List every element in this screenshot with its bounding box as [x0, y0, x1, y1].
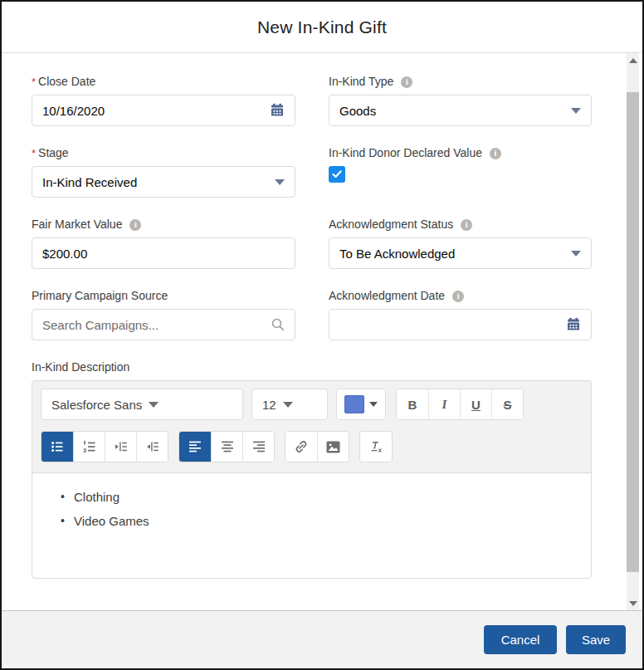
acknowledgment-date-label: Acknowledgment Date i	[329, 289, 592, 303]
required-asterisk: *	[32, 75, 36, 89]
calendar-icon[interactable]	[566, 317, 581, 332]
in-kind-description-label: In-Kind Description	[32, 360, 592, 374]
bullet-list-icon	[51, 440, 64, 453]
form-grid: * Close Date	[32, 75, 642, 599]
info-icon[interactable]: i	[490, 148, 501, 159]
in-kind-type-value: Goods	[339, 104, 564, 118]
align-group	[178, 431, 275, 462]
field-acknowledgment-date: Acknowledgment Date i	[329, 289, 592, 340]
italic-button[interactable]: I	[428, 389, 460, 419]
new-in-kind-gift-modal: New In-Kind Gift * Close Date	[0, 0, 644, 670]
fair-market-value-input[interactable]	[42, 247, 285, 261]
underline-icon: U	[471, 398, 481, 412]
info-icon[interactable]: i	[129, 219, 141, 231]
image-icon	[326, 441, 340, 453]
text-color-swatch	[344, 395, 364, 413]
underline-button[interactable]: U	[460, 389, 491, 419]
rte-toolbar-row-1: Salesforce Sans 12	[41, 389, 583, 420]
donor-declared-value-checkbox[interactable]	[329, 166, 345, 183]
align-center-button[interactable]	[211, 432, 242, 462]
text-color-button[interactable]	[337, 389, 385, 419]
fair-market-value-input-wrap	[32, 237, 295, 269]
acknowledgment-status-label: Acknowledgment Status i	[329, 218, 592, 232]
remove-formatting-button[interactable]	[360, 432, 392, 462]
numbered-list-icon	[83, 440, 96, 453]
field-primary-campaign-source: Primary Campaign Source	[32, 289, 295, 340]
rich-text-editor: Salesforce Sans 12	[32, 380, 592, 579]
chevron-down-icon	[571, 108, 581, 114]
align-left-button[interactable]	[179, 432, 211, 462]
acknowledgment-status-select[interactable]: To Be Acknowledged	[329, 237, 592, 269]
save-button[interactable]: Save	[566, 625, 626, 654]
fair-market-value-label: Fair Market Value i	[32, 218, 295, 232]
close-date-label-text: Close Date	[38, 75, 95, 89]
acknowledgment-date-input[interactable]	[339, 318, 559, 332]
color-dropdown-arrow-icon	[369, 402, 378, 407]
stage-label: * Stage	[32, 146, 295, 160]
calendar-icon[interactable]	[270, 103, 285, 118]
font-size-value: 12	[262, 398, 276, 412]
outdent-button[interactable]	[136, 432, 168, 462]
bullet-list-button[interactable]	[41, 432, 73, 462]
stage-label-text: Stage	[38, 146, 69, 160]
field-in-kind-type: In-Kind Type i Goods	[329, 75, 592, 126]
align-left-icon	[188, 440, 202, 453]
remove-formatting-icon	[369, 440, 383, 453]
chevron-down-icon	[283, 402, 293, 408]
chevron-down-icon	[275, 179, 285, 185]
align-right-button[interactable]	[242, 432, 274, 462]
info-icon[interactable]: i	[401, 76, 412, 88]
stage-value: In-Kind Received	[42, 175, 268, 189]
chevron-down-icon	[149, 402, 159, 408]
acknowledgment-status-label-text: Acknowledgment Status	[329, 218, 453, 232]
font-size-select[interactable]: 12	[251, 389, 328, 420]
description-bullet-list: Clothing Video Games	[44, 490, 578, 528]
in-kind-type-select[interactable]: Goods	[329, 95, 592, 126]
fair-market-value-label-text: Fair Market Value	[32, 218, 122, 232]
close-date-label: * Close Date	[32, 75, 295, 89]
campaign-search-input[interactable]	[42, 318, 265, 332]
strikethrough-button[interactable]: S	[491, 389, 523, 419]
stage-select[interactable]: In-Kind Received	[32, 166, 295, 198]
primary-campaign-source-label-text: Primary Campaign Source	[32, 289, 168, 303]
text-style-group: B I U S	[396, 389, 524, 420]
field-donor-declared-value: In-Kind Donor Declared Value i	[329, 146, 592, 198]
scroll-up-icon	[629, 58, 637, 63]
check-icon	[332, 170, 342, 179]
bold-button[interactable]: B	[397, 389, 428, 419]
acknowledgment-date-input-wrap	[329, 309, 592, 340]
scroll-up-button[interactable]	[627, 53, 639, 67]
list-item: Clothing	[74, 490, 578, 504]
in-kind-type-label-text: In-Kind Type	[329, 75, 393, 89]
numbered-list-button[interactable]	[73, 432, 105, 462]
donor-declared-value-label: In-Kind Donor Declared Value i	[329, 146, 592, 160]
list-group	[41, 431, 168, 462]
indent-button[interactable]	[105, 432, 136, 462]
modal-title: New In-Kind Gift	[257, 17, 387, 37]
acknowledgment-status-value: To Be Acknowledged	[339, 247, 564, 261]
link-icon	[295, 440, 308, 453]
info-icon[interactable]: i	[452, 291, 464, 302]
close-date-input-wrap	[32, 95, 295, 126]
required-asterisk: *	[32, 146, 36, 160]
font-family-select[interactable]: Salesforce Sans	[41, 389, 243, 420]
info-icon[interactable]: i	[461, 219, 472, 231]
italic-icon: I	[442, 398, 447, 412]
scroll-down-button[interactable]	[627, 596, 639, 610]
field-close-date: * Close Date	[32, 75, 295, 126]
image-button[interactable]	[317, 432, 349, 462]
field-fair-market-value: Fair Market Value i	[32, 218, 295, 269]
rte-content-area[interactable]: Clothing Video Games	[32, 472, 591, 578]
close-date-input[interactable]	[42, 104, 263, 118]
scrollbar-thumb[interactable]	[627, 92, 639, 572]
vertical-scrollbar[interactable]	[627, 53, 639, 610]
text-color-group	[336, 389, 386, 420]
primary-campaign-source-label: Primary Campaign Source	[32, 289, 295, 303]
campaign-search-wrap	[32, 309, 295, 340]
acknowledgment-date-label-text: Acknowledgment Date	[329, 289, 445, 303]
chevron-down-icon	[571, 251, 581, 257]
link-button[interactable]	[285, 432, 317, 462]
modal-body: * Close Date	[2, 53, 642, 610]
cancel-button[interactable]: Cancel	[484, 625, 557, 654]
in-kind-type-label: In-Kind Type i	[329, 75, 592, 89]
